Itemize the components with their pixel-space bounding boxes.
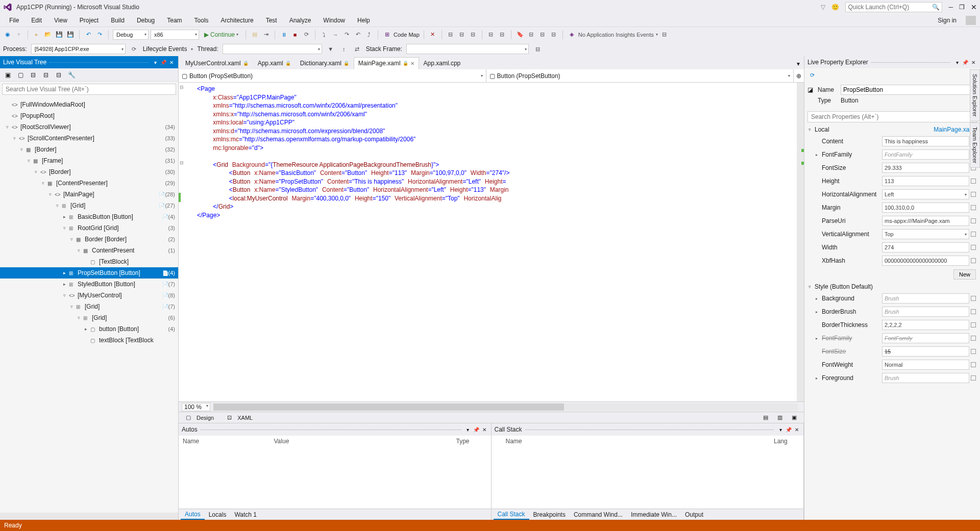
lvt-header[interactable]: Live Visual Tree ▾ 📌 ✕ <box>0 56 178 68</box>
menu-test[interactable]: Test <box>261 16 282 25</box>
tree-row[interactable]: ▿<>[ScrollContentPresenter](33) <box>0 133 178 144</box>
prop-row[interactable]: FontSize15 <box>806 345 978 358</box>
close-icon[interactable]: ✕ <box>971 3 977 11</box>
prop-row[interactable]: ▸FontFamilyFontFamily <box>806 332 978 345</box>
tree-row[interactable]: <>[FullWindowMediaRoot] <box>0 99 178 110</box>
prop-row[interactable]: ▸BackgroundBrush <box>806 292 978 305</box>
cycle-icon[interactable]: ⟳ <box>130 44 139 54</box>
stack-dropdown[interactable] <box>406 44 529 54</box>
tree-row[interactable]: ▢[TextBlock] <box>0 256 178 267</box>
prop-row[interactable]: FontSize29.333 <box>806 161 978 174</box>
callstack-body[interactable] <box>492 447 804 509</box>
tree-row[interactable]: ▿<>[Border](30) <box>0 166 178 178</box>
process-dropdown[interactable]: [54928] App1CPP.exe <box>31 44 126 54</box>
lvt-tool4-icon[interactable]: ⊟ <box>40 70 52 80</box>
user-icon[interactable] <box>966 16 976 25</box>
step-out-icon[interactable]: ↶ <box>353 30 362 39</box>
split-icon[interactable]: ⊕ <box>794 69 804 82</box>
lvt-tool5-icon[interactable]: ⊟ <box>53 70 64 80</box>
tree-row[interactable]: ▸⊞StyledButton [Button]📄(7) <box>0 279 178 290</box>
lvt-search-input[interactable] <box>2 84 176 95</box>
pause-icon[interactable]: ⏸ <box>279 30 288 39</box>
insights-label[interactable]: No Application Insights Events <box>578 32 654 38</box>
fwd-icon[interactable]: ▾ <box>14 30 23 39</box>
callstack-header[interactable]: Call Stack ▾📌✕ <box>492 423 804 436</box>
back-icon[interactable]: ◉ <box>3 30 12 39</box>
expand-icon[interactable]: ▣ <box>788 413 801 422</box>
lvt-scrollbar[interactable] <box>0 513 178 520</box>
breakpoints-tab[interactable]: Breakpoints <box>529 510 570 519</box>
break-icon[interactable]: ▤ <box>250 30 259 39</box>
immediate-tab[interactable]: Immediate Win... <box>627 510 681 519</box>
close-panel-icon[interactable]: ✕ <box>970 59 977 66</box>
step-into-icon[interactable]: → <box>331 30 340 39</box>
open-icon[interactable]: 📂 <box>43 30 53 39</box>
editor-tab[interactable]: App.xaml🔒 <box>253 57 296 69</box>
code-content[interactable]: <Page x:Class="App1CPP.MainPage" xmlns="… <box>194 83 797 401</box>
pin-icon[interactable]: 📌 <box>473 426 480 433</box>
saveall-icon[interactable]: 💾 <box>66 30 75 39</box>
tree-row[interactable]: ▿<>[MainPage]📄(28) <box>0 189 178 200</box>
scroll-strip[interactable] <box>797 83 804 401</box>
menu-project[interactable]: Project <box>75 16 104 25</box>
t9-icon[interactable]: ⊟ <box>660 30 669 39</box>
signin-link[interactable]: Sign in <box>933 16 962 25</box>
menu-edit[interactable]: Edit <box>26 16 47 25</box>
bookmark-icon[interactable]: 🔖 <box>516 30 525 39</box>
new-button[interactable]: New <box>953 269 976 280</box>
lpe-search-input[interactable] <box>807 111 977 122</box>
tree-row[interactable]: ▿▦Border [Border](2) <box>0 234 178 245</box>
stop-icon[interactable]: ■ <box>290 30 300 39</box>
new-project-icon[interactable]: ▸ <box>32 30 41 39</box>
tf1-icon[interactable]: ▼ <box>326 44 335 54</box>
prop-row[interactable]: ▸ForegroundBrush <box>806 371 978 385</box>
editor-tab[interactable]: MyUserControl.xaml🔒 <box>181 57 253 69</box>
next-stmt-icon[interactable]: ⤵ <box>320 30 329 39</box>
pin-icon[interactable]: 📌 <box>160 59 167 66</box>
menu-debug[interactable]: Debug <box>132 16 160 25</box>
tree-row[interactable]: ▿▦[Frame](31) <box>0 155 178 166</box>
command-tab[interactable]: Command Wind... <box>570 510 627 519</box>
close-panel-icon[interactable]: ✕ <box>168 59 175 66</box>
h-scrollbar[interactable] <box>213 403 798 411</box>
tree-row[interactable]: ▿⊞[Grid](6) <box>0 312 178 323</box>
lvt-tool6-icon[interactable]: 🔧 <box>66 70 77 80</box>
tf2-icon[interactable]: ↕ <box>339 44 349 54</box>
code-editor[interactable]: ⊟ ⊟ <Page x:Class="App1CPP.MainPage" xml… <box>179 83 804 401</box>
prop-group[interactable]: ▿LocalMainPage.xaml <box>806 124 978 135</box>
feedback-icon[interactable]: 🙂 <box>831 4 839 11</box>
prop-row[interactable]: ContentThis is happiness <box>806 135 978 148</box>
tree-row[interactable]: ▿▦[ContentPresenter](29) <box>0 178 178 189</box>
editor-tab[interactable]: App.xaml.cpp <box>419 57 465 69</box>
autos-tab[interactable]: Autos <box>181 510 205 520</box>
prop-row[interactable]: BorderThickness2,2,2,2 <box>806 318 978 332</box>
prop-row[interactable]: FontWeightNormal <box>806 358 978 371</box>
prop-row[interactable]: Height113 <box>806 174 978 188</box>
dropdown-icon[interactable]: ▾ <box>953 59 961 66</box>
menu-team[interactable]: Team <box>162 16 187 25</box>
team-explorer-tab[interactable]: Team Explorer <box>970 122 980 168</box>
prop-row[interactable]: ParseUrims-appx:///MainPage.xam <box>806 214 978 227</box>
quick-launch-input[interactable]: Quick Launch (Ctrl+Q)🔍 <box>845 2 942 12</box>
output-tab[interactable]: Output <box>681 510 707 519</box>
tree-row[interactable]: ▸⊞BasicButton [Button]📄(4) <box>0 211 178 222</box>
t5-icon[interactable]: ⊟ <box>498 30 507 39</box>
tree-row[interactable]: ▿⊞RootGrid [Grid](3) <box>0 222 178 234</box>
tree-row[interactable]: ▸⊞PropSetButton [Button]📄(4) <box>0 267 178 279</box>
tree-row[interactable]: ▢textBlock [TextBlock <box>0 335 178 346</box>
dropdown-icon[interactable]: ▾ <box>152 59 159 66</box>
callstack-tab[interactable]: Call Stack <box>494 510 529 520</box>
tree-row[interactable]: ▿⊞[Grid]📄(7) <box>0 301 178 312</box>
pause2-icon[interactable]: ⇥ <box>261 30 271 39</box>
dropdown-icon[interactable]: ▾ <box>464 426 472 433</box>
prop-group[interactable]: ▿Style (Button Default) <box>806 282 978 292</box>
menu-architecture[interactable]: Architecture <box>216 16 259 25</box>
codemap-label[interactable]: Code Map <box>394 32 420 38</box>
dropdown-icon[interactable]: ▾ <box>777 426 784 433</box>
lpe-header[interactable]: Live Property Explorer ▾📌✕ <box>804 56 980 68</box>
zoom-dropdown[interactable]: 100 % <box>182 403 210 411</box>
prop-row[interactable]: Width274 <box>806 241 978 254</box>
prop-row[interactable]: VerticalAlignmentTop <box>806 227 978 241</box>
menu-window[interactable]: Window <box>318 16 350 25</box>
tree-row[interactable]: <>[PopupRoot] <box>0 110 178 121</box>
